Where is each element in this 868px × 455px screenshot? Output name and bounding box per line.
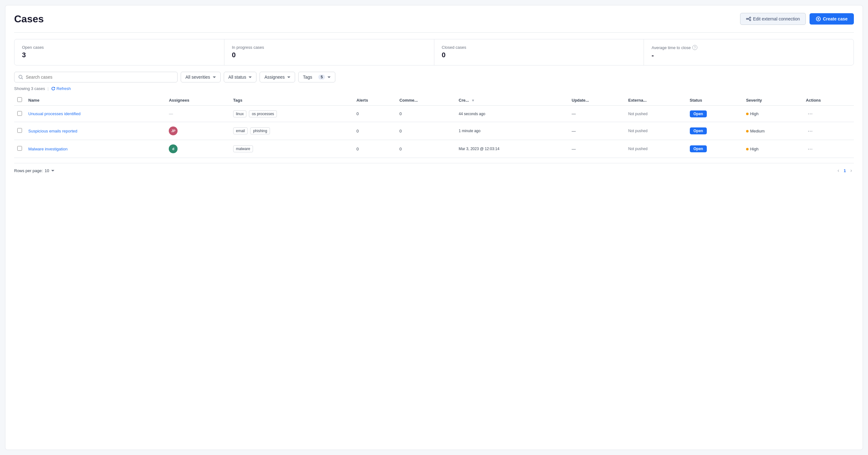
cases-table: Name Assignees Tags Alerts Comme... Cre.… [14,95,854,158]
connection-icon [746,17,751,21]
pagination: ‹ 1 › [836,167,854,174]
tags-filter-button[interactable]: Tags 5 [298,72,335,82]
created-cell: 44 seconds ago [456,106,568,122]
severity-dot [746,148,749,150]
case-name-cell: Unusual processes identified [25,106,166,122]
comments-cell: 0 [396,140,456,158]
status-filter-button[interactable]: All status [224,72,257,82]
severity-cell: High [743,106,803,122]
case-link[interactable]: Unusual processes identified [28,111,81,116]
tag-badge: malware [233,145,253,152]
assignee-cell: — [166,106,230,122]
filter-row: All severities All status Assignees Tags… [14,72,854,82]
severity-label: High [750,111,758,116]
in-progress-stat: In progress cases 0 [224,39,434,65]
comments-column-header: Comme... [396,95,456,106]
header-actions: Edit external connection Create case [740,13,854,25]
case-link[interactable]: Malware investigation [28,147,68,151]
severity-filter-button[interactable]: All severities [181,72,221,82]
refresh-button[interactable]: Refresh [51,86,71,91]
row-checkbox[interactable] [17,128,22,133]
severity-cell: Medium [743,122,803,140]
alerts-cell: 0 [353,122,396,140]
avatar: JP [169,126,178,135]
select-all-header[interactable] [14,95,25,106]
assignees-column-header: Assignees [166,95,230,106]
tags-cell: emailphishing [230,122,353,140]
edit-connection-label: Edit external connection [753,17,800,21]
row-checkbox-cell[interactable] [14,122,25,140]
avg-close-stat: Average time to close ? - [644,39,854,65]
search-input[interactable] [26,75,174,80]
status-badge: Open [690,145,707,152]
actions-column-header: Actions [803,95,854,106]
select-all-checkbox[interactable] [17,97,22,102]
actions-cell[interactable]: ⋯ [803,122,854,140]
actions-cell[interactable]: ⋯ [803,106,854,122]
row-checkbox-cell[interactable] [14,106,25,122]
severity-column-header: Severity [743,95,803,106]
external-column-header: Externa... [625,95,687,106]
severity-chevron-icon [213,77,216,78]
next-page-button[interactable]: › [848,167,854,174]
severity-label: Medium [750,129,765,134]
closed-cases-value: 0 [442,51,637,59]
svg-point-0 [746,18,748,20]
avg-close-value: - [651,51,846,59]
tags-cell: linuxos processes [230,106,353,122]
alerts-cell: 0 [353,140,396,158]
refresh-icon [51,87,55,91]
tag-badge: linux [233,110,247,117]
avg-close-info-icon[interactable]: ? [692,45,698,50]
case-link[interactable]: Suspicious emails reported [28,129,77,134]
page-header: Cases Edit external connection Cre [14,13,854,25]
open-cases-value: 3 [22,51,217,59]
created-column-header[interactable]: Cre... ▼ [456,95,568,106]
footer-row: Rows per page: 10 ‹ 1 › [14,163,854,174]
tags-column-header: Tags [230,95,353,106]
updated-cell: — [568,140,625,158]
row-checkbox[interactable] [17,146,22,151]
create-case-button[interactable]: Create case [810,13,854,25]
row-actions-button[interactable]: ⋯ [806,145,814,152]
rows-per-page[interactable]: Rows per page: 10 [14,168,54,173]
assignees-filter-label: Assignees [264,75,285,80]
row-actions-button[interactable]: ⋯ [806,127,814,135]
open-cases-stat: Open cases 3 [14,39,224,65]
rows-per-page-chevron-icon [51,170,54,171]
avg-close-label: Average time to close ? [651,45,846,50]
comments-cell: 0 [396,106,456,122]
updated-cell: — [568,122,625,140]
row-checkbox-cell[interactable] [14,140,25,158]
status-badge: Open [690,127,707,134]
status-column-header: Status [687,95,743,106]
external-cell: Not pushed [625,106,687,122]
prev-page-button[interactable]: ‹ [836,167,841,174]
severity-cell: High [743,140,803,158]
svg-point-8 [19,75,22,78]
refresh-label: Refresh [57,86,71,91]
row-checkbox[interactable] [17,111,22,116]
status-cell: Open [687,140,743,158]
header-divider [14,32,854,33]
rows-per-page-value: 10 [44,168,49,173]
actions-cell[interactable]: ⋯ [803,140,854,158]
open-cases-label: Open cases [22,45,217,50]
case-name-cell: Suspicious emails reported [25,122,166,140]
severity-dot [746,113,749,115]
svg-line-9 [22,78,23,79]
separator: | [48,86,49,91]
table-row: Malware investigationdmalware00Mar 3, 20… [14,140,854,158]
search-container[interactable] [14,72,178,82]
updated-column-header: Update... [568,95,625,106]
svg-line-3 [748,18,749,19]
external-cell: Not pushed [625,122,687,140]
severity-dot [746,130,749,133]
tags-filter-label: Tags [303,75,312,80]
edit-connection-button[interactable]: Edit external connection [740,13,806,25]
assignees-filter-button[interactable]: Assignees [259,72,295,82]
page-title: Cases [14,13,44,25]
table-row: Suspicious emails reportedJPemailphishin… [14,122,854,140]
create-case-label: Create case [823,17,847,21]
row-actions-button[interactable]: ⋯ [806,110,814,117]
